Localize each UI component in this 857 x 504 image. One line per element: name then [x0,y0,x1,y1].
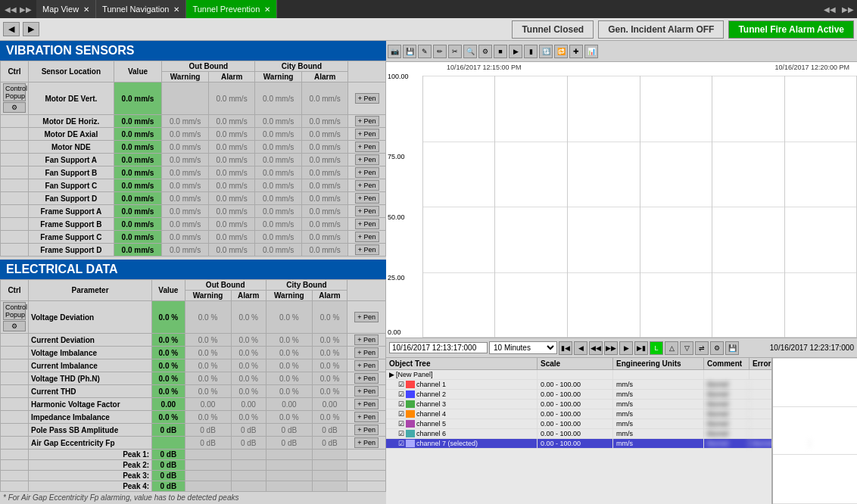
tab-tunnel-prev[interactable]: Tunnel Prevention ✕ [186,0,277,18]
electrical-ob-warn-9: 0 dB [185,437,231,450]
chart-tool-5[interactable]: ✂ [448,45,462,58]
nav-right-icon[interactable]: ▶▶ [18,4,33,15]
time-zoom-in-icon[interactable]: △ [665,341,678,355]
chart-tool-3[interactable]: ✎ [418,45,432,58]
ctrl-popup-btn-vib[interactable]: ControlPopup [3,83,26,101]
tab-tunnel-nav[interactable]: Tunnel Navigation ✕ [96,0,186,18]
chart-tool-2[interactable]: 💾 [403,45,416,58]
tree-row-3[interactable]: ☑channel 3 0.00 - 100.00 mm/s blurred [386,400,771,409]
start-time-input[interactable] [389,342,488,353]
pen-button-vib-5[interactable]: + Pen [355,167,379,178]
tab-tunnel-nav-close[interactable]: ✕ [173,5,179,14]
electrical-param-3: Current Imbalance [29,359,152,372]
pen-button-vib-0[interactable]: + Pen [355,93,379,104]
electrical-value-8: 0 dB [152,424,185,437]
pen-button-elec-4[interactable]: + Pen [354,373,379,384]
chart-tool-7[interactable]: ⚙ [478,45,492,58]
electrical-ctrl-cell-2 [1,347,29,359]
tab-tunnel-prev-label: Tunnel Prevention [192,5,260,14]
time-end-icon[interactable]: ▶▮ [634,341,648,355]
pen-button-vib-11[interactable]: + Pen [355,244,379,255]
nav-collapse-left[interactable]: ◀◀ [821,5,839,14]
tree-row-4[interactable]: ☑channel 4 0.00 - 100.00 mm/s blurred [386,409,771,419]
electrical-cb-warn-11 [266,460,312,471]
chart-tool-6[interactable]: 🔍 [463,45,477,58]
vibr-btn[interactable]: ⚙ [3,102,26,113]
tree-scale-6: 0.00 - 100.00 [538,429,613,438]
electrical-ctrl-cell-10 [1,450,29,460]
tree-units-4: mm/s [613,409,704,418]
tree-row-1[interactable]: ☑channel 1 0.00 - 100.00 mm/s blurred [386,380,771,390]
nav-collapse-right[interactable]: ▶▶ [839,5,857,14]
tree-name-0: ▶ [New Panel] [386,370,538,379]
vibration-cb-warn-header: Warning [255,72,302,82]
nav-arrows: ◀◀ ▶▶ [0,4,36,15]
pen-button-elec-9[interactable]: + Pen [354,437,379,448]
chart-tool-14[interactable]: 📊 [584,45,598,58]
time-config-icon[interactable]: ⚙ [710,341,724,355]
time-play-icon[interactable]: ▮◀ [559,341,572,355]
tab-map-view-close[interactable]: ✕ [83,5,89,14]
ctrl-popup-btn-elec[interactable]: ControlPopup [3,302,26,320]
elec-btn[interactable]: ⚙ [3,321,26,331]
time-live-icon[interactable]: L [650,341,663,355]
nav-left-icon[interactable]: ◀◀ [3,4,18,15]
tree-row-5[interactable]: ☑channel 5 0.00 - 100.00 mm/s blurred [386,419,771,429]
vibration-ob-alarm-8: 0.0 mm/s [208,205,255,218]
pen-button-elec-3[interactable]: + Pen [354,360,379,371]
interval-select[interactable]: 10 Minutes [489,341,557,354]
pen-button-vib-9[interactable]: + Pen [355,219,379,229]
time-next-icon[interactable]: ▶ [619,341,633,355]
chart-tool-11[interactable]: 🔃 [539,45,553,58]
tree-row-2[interactable]: ☑channel 2 0.00 - 100.00 mm/s blurred [386,390,771,400]
trend-area: Object Tree Scale Engineering Units Comm… [386,358,857,504]
electrical-cb-alarm-9: 0 dB [312,437,347,450]
chart-tool-4[interactable]: ✏ [433,45,447,58]
pen-button-vib-3[interactable]: + Pen [355,142,379,152]
chart-tool-12[interactable]: 🔂 [554,45,568,58]
pen-button-vib-8[interactable]: + Pen [355,206,379,216]
pen-button-elec-8[interactable]: + Pen [354,425,379,435]
electrical-ob-warn-2: 0.0 % [185,347,231,359]
tab-map-view[interactable]: Map View ✕ [36,0,96,18]
tree-scale-7: 0.00 - 100.00 [538,439,613,448]
pen-button-elec-6[interactable]: + Pen [354,399,379,409]
pen-button-vib-7[interactable]: + Pen [355,193,379,204]
pen-button-elec-7[interactable]: + Pen [354,412,379,422]
tab-tunnel-prev-close[interactable]: ✕ [264,5,270,14]
time-prev-icon[interactable]: ◀ [574,341,587,355]
time-zoom-fit-icon[interactable]: ⇌ [695,341,709,355]
pen-button-vib-2[interactable]: + Pen [355,129,379,139]
pen-button-elec-2[interactable]: + Pen [354,347,379,358]
pen-button-elec-1[interactable]: + Pen [354,334,379,345]
tree-comment-0 [704,370,749,379]
electrical-pen-7: + Pen [347,411,386,424]
chart-area: 10/16/2017 12:15:00 PM 10/16/2017 12:20:… [386,62,857,338]
electrical-ob-warn-11 [185,460,231,471]
chart-tool-1[interactable]: 📷 [388,45,401,58]
pen-button-elec-0[interactable]: + Pen [354,312,379,322]
pen-button-elec-5[interactable]: + Pen [354,386,379,397]
pen-button-vib-4[interactable]: + Pen [355,154,379,165]
time-export-icon[interactable]: 💾 [725,341,739,355]
chart-tool-13[interactable]: ✚ [569,45,583,58]
chart-tool-10[interactable]: ▮ [524,45,538,58]
pen-button-vib-6[interactable]: + Pen [355,180,379,191]
tree-row-6[interactable]: ☑channel 6 0.00 - 100.00 mm/s blurred [386,429,771,439]
tree-color-1 [406,381,415,388]
vibration-cb-warn-9: 0.0 mm/s [255,218,302,231]
time-step-fwd-icon[interactable]: ▶▶ [604,341,618,355]
back-button[interactable]: ◀ [3,22,20,36]
time-zoom-out-icon[interactable]: ▽ [680,341,693,355]
pen-button-vib-1[interactable]: + Pen [355,116,379,126]
electrical-cb-alarm-header: Alarm [312,291,347,301]
forward-button[interactable]: ▶ [23,22,39,36]
tree-row-7[interactable]: ☑channel 7 (selected) 0.00 - 100.00 mm/s… [386,439,771,449]
vibration-pen-6: + Pen [348,179,386,192]
vibration-cb-warn-1: 0.0 mm/s [255,115,302,128]
tree-row-0[interactable]: ▶ [New Panel] [386,370,771,380]
pen-button-vib-10[interactable]: + Pen [355,232,379,242]
chart-tool-9[interactable]: ▶ [509,45,522,58]
chart-tool-8[interactable]: ■ [494,45,507,58]
time-step-back-icon[interactable]: ◀◀ [589,341,603,355]
